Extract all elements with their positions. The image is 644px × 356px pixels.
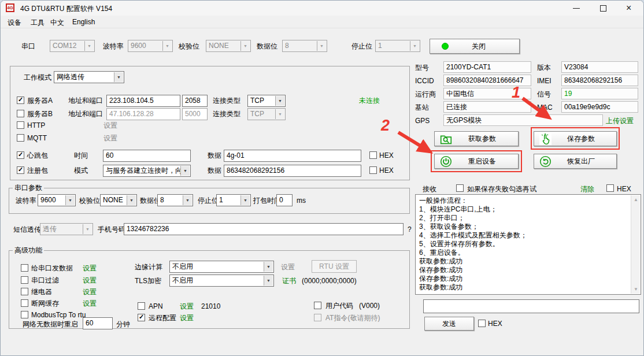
serverB-checkbox[interactable]: [17, 110, 24, 117]
apn-settings-link[interactable]: 设置: [180, 301, 194, 312]
sms-help-link[interactable]: ?: [408, 224, 412, 236]
tls-select[interactable]: 不启用▼: [169, 275, 274, 287]
sms-phone-input[interactable]: 13246782236: [124, 223, 404, 235]
signal-value: 19: [561, 88, 638, 99]
step2-annotation: 2: [381, 117, 390, 135]
port-select[interactable]: COM12▼: [50, 40, 95, 52]
heartbeat-checkbox[interactable]: [17, 151, 24, 159]
rtu-settings-button[interactable]: RTU 设置: [312, 260, 357, 273]
usercode-label: 用户代码: [325, 300, 353, 312]
menu-tools[interactable]: 工具: [31, 18, 45, 28]
serverB-port-input[interactable]: 5000: [182, 108, 208, 120]
chevron-down-icon: ▼: [127, 195, 136, 205]
regpack-hex-checkbox[interactable]: [369, 166, 377, 174]
receive-log[interactable]: 一般操作流程： 1、模块连PC串口,上电； 2、打开串口； 3、获取设备参数； …: [415, 194, 641, 295]
iccid-label: ICCID: [415, 75, 434, 87]
upload-settings-link[interactable]: 上传设置: [606, 115, 634, 127]
databits-select[interactable]: 8▼: [282, 40, 327, 52]
edge-settings-link: 设置: [281, 261, 295, 273]
offline-cache-settings-link[interactable]: 设置: [83, 298, 97, 309]
heartbeat-hex-checkbox[interactable]: [369, 151, 377, 159]
sp-pack-input[interactable]: 0: [276, 194, 293, 206]
save-params-button[interactable]: 保存参数: [534, 131, 617, 146]
workmode-select[interactable]: 网络透传▼: [54, 71, 124, 83]
menu-english[interactable]: English: [72, 18, 95, 26]
factory-reset-button[interactable]: 恢复出厂: [534, 154, 617, 169]
edge-compute-select[interactable]: 不启用▼: [169, 261, 274, 273]
heartbeat-time-label: 时间: [74, 150, 88, 161]
regpack-data-label: 数据: [208, 165, 221, 176]
close-port-button[interactable]: 关闭: [430, 39, 520, 54]
close-icon: ×: [626, 3, 631, 13]
apn-checkbox[interactable]: [138, 302, 145, 310]
serverB-ip-input[interactable]: 47.106.128.28: [106, 108, 180, 120]
restart-device-button[interactable]: 重启设备: [434, 154, 519, 169]
connection-status: 未连接: [359, 95, 380, 106]
regpack-mode-select[interactable]: 与服务器建立连接时，向▼: [103, 165, 191, 177]
sp-parity-label: 校验位: [79, 195, 100, 206]
menu-device[interactable]: 设备: [8, 18, 21, 28]
restore-undo-icon: [539, 155, 552, 168]
serverA-ip-input[interactable]: 223.108.104.5: [106, 95, 180, 107]
send-hex-checkbox[interactable]: [478, 320, 486, 327]
sms-mode-select[interactable]: 透传▼: [40, 223, 93, 235]
serverB-conn-select[interactable]: TCP▼: [247, 108, 286, 120]
cert-link[interactable]: 证书: [282, 275, 296, 287]
minimize-icon: [573, 8, 580, 9]
http-label: HTTP: [27, 120, 45, 131]
menu-chinese[interactable]: 中文: [50, 18, 64, 28]
scroll-up-icon[interactable]: ▲: [631, 195, 641, 204]
heartbeat-data-input[interactable]: 4g-01: [224, 150, 361, 162]
sp-parity-select[interactable]: NONE▼: [100, 194, 137, 206]
sp-pack-unit: ms: [297, 195, 306, 206]
sp-databits-select[interactable]: 8▼: [157, 194, 193, 206]
clear-log-link[interactable]: 清除: [580, 183, 594, 195]
retry-on-fail-checkbox[interactable]: [456, 184, 464, 192]
sp-baud-select[interactable]: 9600▼: [38, 194, 76, 206]
log-scrollbar[interactable]: ▲ ▼: [631, 195, 640, 294]
regpack-checkbox[interactable]: [17, 166, 24, 174]
scroll-down-icon[interactable]: ▼: [631, 285, 641, 294]
at-command-checkbox[interactable]: [314, 314, 321, 321]
chevron-down-icon: ▼: [84, 41, 94, 51]
reboot-minutes-input[interactable]: 60: [83, 317, 113, 329]
sms-phone-label: 手机号码: [98, 224, 125, 235]
tls-label: TLS加密: [135, 275, 161, 287]
regpack-data-input[interactable]: 863482068292156: [224, 165, 361, 177]
offline-cache-checkbox[interactable]: [21, 299, 28, 307]
sp-stopbits-select[interactable]: 1▼: [216, 194, 251, 206]
station-value: 已连接: [443, 101, 531, 113]
serial-senddata-checkbox[interactable]: [21, 264, 28, 272]
receive-log-text: 一般操作流程： 1、模块连PC串口,上电； 2、打开串口； 3、获取设备参数； …: [419, 196, 629, 292]
signal-label: 信号: [537, 88, 551, 100]
serial-filter-settings-link[interactable]: 设置: [83, 275, 97, 286]
chevron-down-icon: ▼: [114, 72, 123, 82]
serial-senddata-settings-link[interactable]: 设置: [83, 262, 97, 274]
chevron-down-icon: ▼: [275, 109, 284, 119]
send-button[interactable]: 发送: [424, 317, 474, 331]
stopbits-select[interactable]: 1▼: [375, 40, 420, 52]
serial-filter-checkbox[interactable]: [21, 276, 28, 284]
parity-select[interactable]: NONE▼: [206, 40, 251, 52]
serial-senddata-label: 给串口发数据: [31, 262, 73, 274]
mqtt-checkbox[interactable]: [17, 134, 24, 142]
serverA-port-input[interactable]: 2058: [182, 95, 208, 107]
send-input[interactable]: [423, 299, 639, 313]
serverA-conn-select[interactable]: TCP▼: [247, 95, 286, 107]
get-params-button[interactable]: 获取参数: [434, 131, 519, 146]
remote-config-checkbox[interactable]: [138, 314, 145, 321]
heartbeat-time-input[interactable]: 60: [103, 150, 191, 162]
receive-hex-checkbox[interactable]: [606, 184, 614, 192]
baud-select[interactable]: 9600▼: [128, 40, 173, 52]
relay-label: 继电器: [31, 286, 52, 298]
window-title: 4G DTU&RTU 配置软件 V154: [20, 4, 112, 14]
http-checkbox[interactable]: [17, 121, 24, 129]
relay-settings-link[interactable]: 设置: [83, 286, 97, 298]
relay-checkbox[interactable]: [21, 288, 28, 295]
remote-config-settings-link[interactable]: 设置: [180, 312, 194, 324]
imei-label: IMEI: [537, 75, 552, 87]
modbustcp-checkbox[interactable]: [21, 311, 28, 318]
usercode-value: (V000): [359, 300, 380, 312]
serverA-checkbox[interactable]: [17, 97, 24, 104]
usercode-checkbox[interactable]: [314, 302, 321, 309]
